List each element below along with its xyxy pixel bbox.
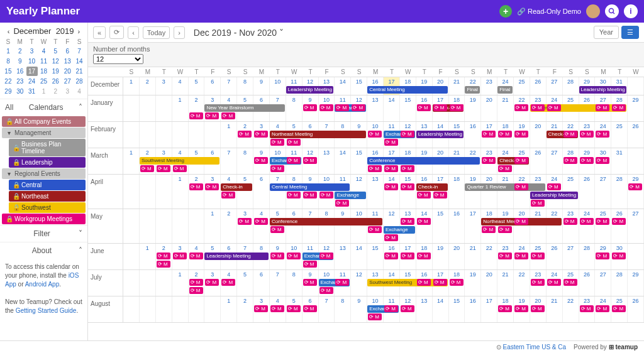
event-chip[interactable]: ⟳ M	[384, 139, 398, 146]
day-cell[interactable]: 26	[530, 77, 547, 95]
event-chip[interactable]: ⟳ M	[580, 218, 594, 225]
event-chip[interactable]: ⟳ M	[384, 183, 398, 190]
mini-day[interactable]: 5	[50, 46, 61, 56]
event-bar[interactable]: Check-in	[416, 183, 448, 191]
day-cell[interactable]	[123, 95, 140, 121]
day-cell[interactable]	[204, 296, 221, 322]
event-chip[interactable]: ⟳ M	[401, 218, 414, 225]
calendar-item[interactable]: 🔒Northeast	[9, 191, 86, 202]
day-cell[interactable]: 3	[237, 209, 253, 243]
event-bar[interactable]: Exchange	[335, 192, 366, 199]
day-cell[interactable]	[156, 95, 172, 121]
day-cell[interactable]: 14	[384, 175, 400, 209]
day-cell[interactable]	[156, 175, 172, 209]
about-header[interactable]: About ˄	[0, 242, 87, 259]
mini-day[interactable]: 2	[14, 46, 26, 56]
day-cell[interactable]: 14	[384, 95, 400, 121]
event-chip[interactable]: ⟳ M	[482, 157, 496, 164]
event-chip[interactable]: ⟳ M	[596, 305, 609, 312]
day-cell[interactable]	[140, 296, 156, 322]
day-cell[interactable]: 18	[449, 175, 465, 209]
event-chip[interactable]: ⟳ M	[596, 253, 609, 259]
event-bar[interactable]: Leadership Meeting	[204, 253, 269, 260]
day-cell[interactable]: 20	[481, 95, 497, 121]
day-cell[interactable]: 26	[530, 148, 547, 174]
day-cell[interactable]: 9	[351, 296, 367, 322]
event-chip[interactable]: ⟳ M	[368, 165, 382, 172]
today-button[interactable]: Today	[143, 26, 170, 39]
day-cell[interactable]: 28	[579, 244, 596, 269]
reload-button[interactable]: ⟳	[109, 26, 124, 39]
event-chip[interactable]: ⟳ M	[238, 131, 252, 138]
readonly-link[interactable]: 🔗 Read-Only Demo	[517, 8, 581, 16]
event-chip[interactable]: ⟳ M	[612, 104, 626, 111]
event-chip[interactable]: ⟳ M	[564, 279, 577, 286]
day-cell[interactable]: 16	[449, 209, 465, 243]
event-chip[interactable]: ⟳ M	[270, 305, 284, 312]
day-cell[interactable]: 23	[563, 209, 579, 243]
day-cell[interactable]: 21	[497, 95, 514, 121]
day-cell[interactable]: 20	[481, 270, 497, 296]
event-chip[interactable]: ⟳ M	[205, 112, 219, 119]
mini-day[interactable]: 20	[62, 67, 73, 76]
calendar-item[interactable]: 🔒Workgroup Meetings	[2, 214, 86, 224]
event-chip[interactable]: ⟳ M	[270, 139, 284, 146]
mini-day[interactable]: 11	[38, 57, 50, 66]
day-cell[interactable]: 13	[367, 175, 384, 209]
event-bar[interactable]: Conference	[270, 218, 382, 225]
add-event-button[interactable]: +	[499, 5, 512, 18]
day-cell[interactable]: 19	[465, 175, 481, 209]
day-cell[interactable]: 21	[449, 77, 465, 95]
event-chip[interactable]: ⟳ M	[547, 279, 561, 286]
day-cell[interactable]: 15	[351, 148, 367, 174]
event-chip[interactable]: ⟳ M	[303, 192, 317, 198]
day-cell[interactable]: 6	[286, 209, 303, 243]
day-cell[interactable]: 12	[351, 270, 367, 296]
day-cell[interactable]: 19	[433, 244, 449, 269]
event-chip[interactable]: ⟳ M	[514, 157, 528, 164]
event-chip[interactable]: ⟳ M	[205, 279, 219, 286]
day-cell[interactable]: 21	[547, 296, 563, 322]
event-chip[interactable]: ⟳ M	[254, 131, 268, 138]
event-chip[interactable]: ⟳ M	[417, 104, 431, 111]
event-chip[interactable]: ⟳ M	[596, 131, 609, 138]
day-cell[interactable]: 1	[123, 77, 140, 95]
day-cell[interactable]: 13	[335, 244, 351, 269]
day-cell[interactable]: 17	[481, 296, 497, 322]
event-chip[interactable]: ⟳ M	[514, 183, 528, 190]
event-chip[interactable]: ⟳ M	[580, 131, 594, 138]
event-chip[interactable]: ⟳ M	[596, 104, 609, 111]
event-chip[interactable]: ⟳ M	[580, 305, 594, 312]
event-bar[interactable]: Leadership Meeting	[530, 192, 578, 199]
day-cell[interactable]: 26	[628, 122, 644, 148]
calendar-item[interactable]: 🔒Southwest	[9, 202, 86, 213]
event-chip[interactable]: ⟳ M	[254, 218, 268, 225]
day-cell[interactable]: 1	[172, 270, 189, 296]
mini-day[interactable]: 27	[62, 77, 73, 86]
day-cell[interactable]: 8	[335, 296, 351, 322]
search-button[interactable]	[605, 4, 619, 18]
event-bar[interactable]: Check-in	[221, 183, 252, 191]
event-chip[interactable]: ⟳ M	[564, 131, 577, 138]
event-chip[interactable]: ⟳ M	[401, 165, 414, 172]
day-cell[interactable]: 15	[400, 95, 416, 121]
event-chip[interactable]: ⟳ M	[612, 253, 626, 259]
event-chip[interactable]: ⟳ M	[254, 157, 268, 164]
day-cell[interactable]: 19	[465, 95, 481, 121]
day-cell[interactable]: 1	[140, 244, 156, 269]
event-chip[interactable]: ⟳ M	[173, 165, 187, 172]
event-chip[interactable]: ⟳ M	[384, 165, 398, 172]
day-cell[interactable]: 8	[286, 270, 303, 296]
day-cell[interactable]: 6	[253, 175, 270, 209]
day-cell[interactable]: 3	[156, 77, 172, 95]
day-cell[interactable]: 26	[579, 270, 596, 296]
event-chip[interactable]: ⟳ M	[531, 305, 545, 312]
day-cell[interactable]: 1	[221, 122, 237, 148]
calendar-item[interactable]: 🔒Leadership	[9, 157, 86, 168]
day-cell[interactable]	[189, 122, 205, 148]
event-chip[interactable]: ⟳ M	[498, 305, 512, 312]
mini-day[interactable]: 16	[14, 67, 26, 76]
day-cell[interactable]: 7	[221, 148, 237, 174]
day-cell[interactable]: 21	[497, 270, 514, 296]
event-chip[interactable]: ⟳ M	[287, 192, 301, 198]
